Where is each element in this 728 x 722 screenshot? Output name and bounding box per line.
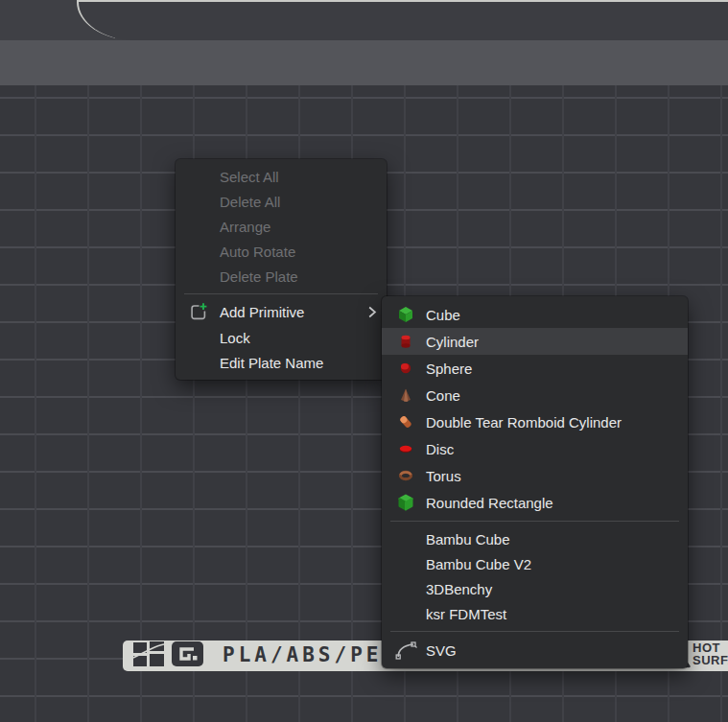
red-disc-icon [393, 440, 418, 457]
submenu-item-torus[interactable]: Torus [382, 462, 688, 489]
orange-romboid-cylinder-icon [393, 413, 418, 431]
bezier-curve-icon [393, 640, 418, 661]
submenu-item-sphere[interactable]: Sphere [382, 355, 688, 382]
submenu-item-ksr-fdmtest[interactable]: ksr FDMTest [382, 601, 688, 626]
menu-separator [184, 293, 378, 294]
submenu-item-disc[interactable]: Disc [382, 435, 688, 462]
menu-item-select-all: Select All [176, 164, 387, 189]
menu-item-auto-rotate: Auto Rotate [176, 239, 387, 264]
add-primitive-icon [183, 302, 212, 322]
submenu-item-cylinder[interactable]: Cylinder [382, 328, 688, 355]
submenu-item-double-tear-romboid-cylinder[interactable]: Double Tear Romboid Cylinder [382, 408, 688, 435]
plate-brand-logo-icon [171, 640, 204, 671]
menu-item-arrange: Arrange [176, 214, 387, 239]
submenu-item-rounded-rectangle[interactable]: Rounded Rectangle [382, 489, 688, 516]
submenu-separator [390, 521, 679, 522]
menu-item-edit-plate-name[interactable]: Edit Plate Name [176, 350, 387, 375]
green-cube-icon [393, 306, 418, 323]
add-primitive-submenu: Cube Cylinder Sphere [382, 296, 688, 668]
red-sphere-icon [393, 360, 418, 377]
submenu-separator [390, 631, 679, 632]
chevron-right-icon [367, 306, 377, 318]
menu-item-delete-all: Delete All [176, 189, 387, 214]
submenu-item-svg[interactable]: SVG [382, 637, 688, 664]
plate-context-menu: Select All Delete All Arrange Auto Rotat… [176, 159, 387, 380]
red-cylinder-icon [393, 333, 418, 350]
torus-icon [393, 467, 418, 484]
green-rounded-cube-icon [393, 494, 418, 511]
bambu-panes-logo-icon [133, 641, 164, 670]
plate-front-lip [77, 0, 728, 40]
submenu-item-cube[interactable]: Cube [382, 301, 688, 328]
brown-cone-icon [393, 386, 418, 404]
hot-surface-warning-text: HOT SURFACE [693, 641, 728, 666]
submenu-item-bambu-cube-v2[interactable]: Bambu Cube V2 [382, 551, 688, 576]
menu-item-delete-plate: Delete Plate [176, 264, 387, 289]
submenu-item-3dbenchy[interactable]: 3DBenchy [382, 576, 688, 601]
menu-item-lock[interactable]: Lock [176, 325, 387, 350]
submenu-item-cone[interactable]: Cone [382, 382, 688, 408]
viewport-3d: PLA/ABS/PETG HOT SURFACE Select All Dele… [0, 0, 728, 722]
menu-item-add-primitive[interactable]: Add Primitive [176, 299, 387, 325]
submenu-item-bambu-cube[interactable]: Bambu Cube [382, 526, 688, 551]
